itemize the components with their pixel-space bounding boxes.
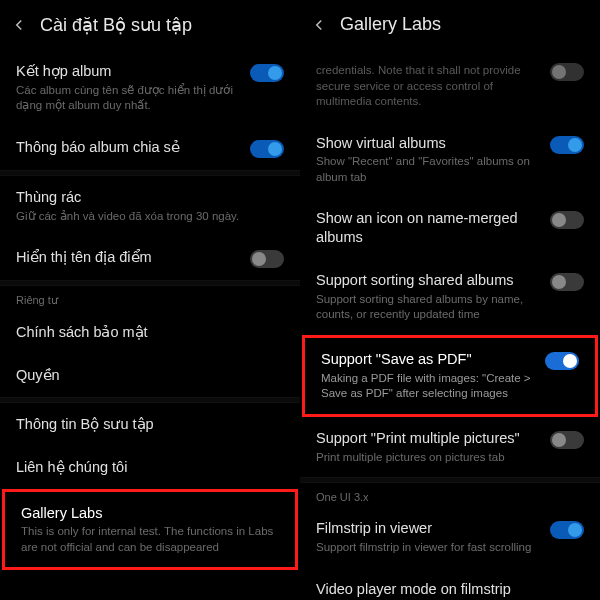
sort-shared-sub: Support sorting shared albums by name, c… bbox=[316, 292, 538, 323]
gallery-labs-sub: This is only for internal test. The func… bbox=[21, 524, 279, 555]
save-pdf-highlight: Support "Save as PDF" Making a PDF file … bbox=[302, 335, 598, 417]
row-show-location[interactable]: Hiển thị tên địa điểm bbox=[0, 236, 300, 280]
save-pdf-title: Support "Save as PDF" bbox=[321, 350, 533, 369]
row-video-filmstrip[interactable]: Video player mode on filmstrip Default bbox=[300, 568, 600, 600]
merge-album-sub: Các album cùng tên sẽ được hiển thị dưới… bbox=[16, 83, 238, 114]
gallery-labs-title: Gallery Labs bbox=[21, 504, 279, 523]
merge-album-title: Kết hợp album bbox=[16, 62, 238, 81]
privacy-policy-title: Chính sách bảo mật bbox=[16, 323, 284, 342]
row-merge-album[interactable]: Kết hợp album Các album cùng tên sẽ được… bbox=[0, 50, 300, 126]
video-filmstrip-title: Video player mode on filmstrip bbox=[316, 580, 584, 599]
virtual-albums-toggle[interactable] bbox=[550, 136, 584, 154]
save-pdf-sub: Making a PDF file with images: "Create >… bbox=[321, 371, 533, 402]
row-contact[interactable]: Liên hệ chúng tôi bbox=[0, 446, 300, 489]
show-location-title: Hiển thị tên địa điểm bbox=[16, 248, 238, 267]
credentials-toggle[interactable] bbox=[550, 63, 584, 81]
row-shared-notif[interactable]: Thông báo album chia sẻ bbox=[0, 126, 300, 170]
filmstrip-title: Filmstrip in viewer bbox=[316, 519, 538, 538]
sort-shared-title: Support sorting shared albums bbox=[316, 271, 538, 290]
save-pdf-toggle[interactable] bbox=[545, 352, 579, 370]
row-trash[interactable]: Thùng rác Giữ các ảnh và video đã xóa tr… bbox=[0, 176, 300, 236]
credentials-sub: credentials. Note that it shall not prov… bbox=[316, 63, 538, 110]
filmstrip-sub: Support filmstrip in viewer for fast scr… bbox=[316, 540, 538, 556]
info-title: Thông tin Bộ sưu tập bbox=[16, 415, 284, 434]
trash-title: Thùng rác bbox=[16, 188, 284, 207]
row-virtual-albums[interactable]: Show virtual albums Show "Recent" and "F… bbox=[300, 122, 600, 198]
left-panel: Cài đặt Bộ sưu tập Kết hợp album Các alb… bbox=[0, 0, 300, 600]
print-multi-sub: Print multiple pictures on pictures tab bbox=[316, 450, 538, 466]
left-header: Cài đặt Bộ sưu tập bbox=[0, 0, 300, 50]
show-location-toggle[interactable] bbox=[250, 250, 284, 268]
merge-album-toggle[interactable] bbox=[250, 64, 284, 82]
print-multi-title: Support "Print multiple pictures" bbox=[316, 429, 538, 448]
shared-notif-title: Thông báo album chia sẻ bbox=[16, 138, 238, 157]
virtual-albums-sub: Show "Recent" and "Favorites" albums on … bbox=[316, 154, 538, 185]
left-title: Cài đặt Bộ sưu tập bbox=[40, 14, 192, 36]
right-header: Gallery Labs bbox=[300, 0, 600, 49]
gallery-labs-highlight: Gallery Labs This is only for internal t… bbox=[2, 489, 298, 571]
shared-notif-toggle[interactable] bbox=[250, 140, 284, 158]
row-info[interactable]: Thông tin Bộ sưu tập bbox=[0, 403, 300, 446]
right-title: Gallery Labs bbox=[340, 14, 441, 35]
icon-merged-toggle[interactable] bbox=[550, 211, 584, 229]
right-panel: Gallery Labs credentials. Note that it s… bbox=[300, 0, 600, 600]
row-save-pdf[interactable]: Support "Save as PDF" Making a PDF file … bbox=[305, 338, 595, 414]
oneui-section-label: One UI 3.x bbox=[300, 483, 600, 507]
row-icon-merged[interactable]: Show an icon on name-merged albums bbox=[300, 197, 600, 259]
row-privacy-policy[interactable]: Chính sách bảo mật bbox=[0, 311, 300, 354]
permissions-title: Quyền bbox=[16, 366, 284, 385]
back-icon[interactable] bbox=[10, 16, 28, 34]
row-credentials-partial[interactable]: credentials. Note that it shall not prov… bbox=[300, 49, 600, 122]
row-permissions[interactable]: Quyền bbox=[0, 354, 300, 397]
icon-merged-title: Show an icon on name-merged albums bbox=[316, 209, 538, 247]
privacy-section-label: Riêng tư bbox=[0, 286, 300, 311]
trash-sub: Giữ các ảnh và video đã xóa trong 30 ngà… bbox=[16, 209, 284, 225]
virtual-albums-title: Show virtual albums bbox=[316, 134, 538, 153]
row-filmstrip[interactable]: Filmstrip in viewer Support filmstrip in… bbox=[300, 507, 600, 567]
contact-title: Liên hệ chúng tôi bbox=[16, 458, 284, 477]
filmstrip-toggle[interactable] bbox=[550, 521, 584, 539]
row-gallery-labs[interactable]: Gallery Labs This is only for internal t… bbox=[5, 492, 295, 568]
sort-shared-toggle[interactable] bbox=[550, 273, 584, 291]
row-sort-shared[interactable]: Support sorting shared albums Support so… bbox=[300, 259, 600, 335]
print-multi-toggle[interactable] bbox=[550, 431, 584, 449]
row-print-multi[interactable]: Support "Print multiple pictures" Print … bbox=[300, 417, 600, 477]
back-icon[interactable] bbox=[310, 16, 328, 34]
